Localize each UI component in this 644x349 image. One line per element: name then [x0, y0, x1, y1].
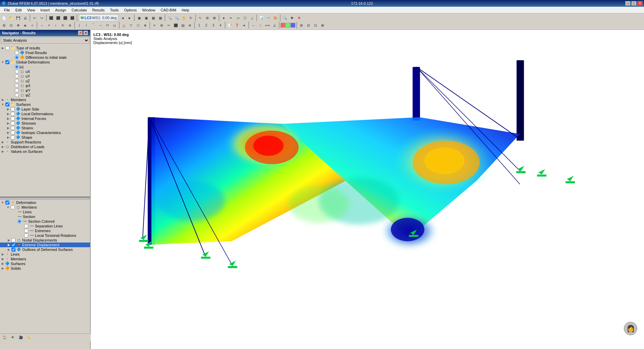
- tb2-b28[interactable]: 2: [203, 22, 210, 29]
- nav-icon-4[interactable]: 📐: [26, 334, 32, 341]
- analysis-type-dropdown[interactable]: Static Analysis: [1, 37, 89, 44]
- tree-distribution-loads[interactable]: ▶ □ Distribution of Loads: [0, 144, 90, 149]
- tb2-extra4[interactable]: ⊠: [319, 22, 326, 29]
- tree-local-deformations[interactable]: ▶ 🔷 Local Deformations: [6, 112, 90, 116]
- tb2-b18[interactable]: ▽: [128, 22, 134, 29]
- checkbox-outlines[interactable]: [11, 248, 15, 252]
- radio-pz[interactable]: [15, 93, 19, 97]
- checkbox-strains[interactable]: [11, 126, 15, 130]
- expander-members-main[interactable]: ▶: [1, 257, 5, 261]
- tb2-color1[interactable]: [281, 23, 285, 28]
- tb2-b30[interactable]: 4: [217, 22, 224, 29]
- checkbox-local-torsional[interactable]: [24, 233, 28, 237]
- tb-prev-lc[interactable]: ◄: [119, 14, 126, 21]
- tb2-dimC[interactable]: ⟺: [264, 22, 271, 29]
- checkbox-shape[interactable]: [11, 135, 15, 139]
- expander-surfaces[interactable]: ▼: [1, 102, 5, 106]
- tb2-b19[interactable]: ⬡: [135, 22, 141, 29]
- tb-close-x[interactable]: ✕: [296, 14, 302, 21]
- expander-local-def[interactable]: ▶: [6, 112, 10, 116]
- tree-py[interactable]: □ φY: [10, 88, 90, 93]
- radio-px[interactable]: [15, 84, 19, 88]
- radio-uy[interactable]: [15, 74, 19, 78]
- checkbox-surfaces[interactable]: [5, 102, 9, 106]
- tb-undo[interactable]: ↩: [31, 14, 38, 21]
- tb2-b24[interactable]: ⬛: [172, 22, 179, 29]
- tb2-note[interactable]: 📝: [226, 22, 233, 29]
- tb2-color2[interactable]: [286, 23, 290, 28]
- tree-pz[interactable]: □ φZ: [10, 93, 90, 97]
- tb-select1[interactable]: ↖: [197, 14, 204, 21]
- expander-nodal-disp[interactable]: ▶: [7, 238, 11, 242]
- close-button[interactable]: ✕: [637, 1, 643, 6]
- tb2-b25[interactable]: ▤: [179, 22, 186, 29]
- tb-line-icon[interactable]: ━: [227, 14, 234, 21]
- expander-isotropic[interactable]: ▶: [6, 131, 10, 135]
- tree-differences[interactable]: 🔶 Differences to initial state: [10, 55, 90, 60]
- expander-members[interactable]: ▶: [1, 98, 5, 102]
- tree-ux[interactable]: □ uX: [10, 69, 90, 74]
- menu-assign[interactable]: Assign: [52, 7, 69, 13]
- checkbox-nodal-disp[interactable]: [11, 238, 15, 242]
- tb2-b11[interactable]: |: [76, 22, 83, 29]
- expander-strains[interactable]: ▶: [6, 126, 10, 130]
- nav-icon-3[interactable]: 🎥: [17, 334, 24, 341]
- nav-icon-2[interactable]: 👁: [9, 334, 16, 341]
- expander-deformation[interactable]: ▼: [1, 201, 5, 205]
- menu-insert[interactable]: Insert: [38, 7, 52, 13]
- expander-outlines[interactable]: ▶: [7, 248, 11, 252]
- tb2-b27[interactable]: 1: [196, 22, 203, 29]
- tree-px[interactable]: □ φX: [10, 83, 90, 88]
- menu-view[interactable]: View: [25, 7, 38, 13]
- tb-color-icon[interactable]: 🎨: [272, 14, 279, 21]
- expander-deform-members[interactable]: ▼: [6, 205, 10, 209]
- tree-global-deformations[interactable]: ▼ 📁 Global Deformations: [0, 60, 90, 64]
- tb2-b29[interactable]: 3: [210, 22, 217, 29]
- tb2-b13[interactable]: ⌒: [90, 22, 97, 29]
- tree-surfaces-main[interactable]: ▶ 🔷 Surfaces: [0, 261, 90, 266]
- tb-deform-icon[interactable]: 〰: [265, 14, 272, 21]
- tree-support-reactions[interactable]: ▶ 🔸 Support Reactions: [0, 140, 90, 144]
- tree-layer-side[interactable]: ▶ 🔷 Layer Side: [6, 107, 90, 112]
- tree-lines-main[interactable]: ▶ 🔸 Lines: [0, 252, 90, 257]
- tb-save[interactable]: 💾: [15, 14, 22, 21]
- checkbox-stresses[interactable]: [11, 121, 15, 125]
- expander-support-reactions[interactable]: ▶: [1, 140, 5, 144]
- tree-u-total[interactable]: |u|: [10, 64, 90, 69]
- expander-type-results[interactable]: ▶: [1, 46, 5, 50]
- expander-stresses[interactable]: ▶: [6, 121, 10, 125]
- tb2-dimB[interactable]: ↕: [257, 22, 264, 29]
- tb-view2[interactable]: ⬛: [55, 14, 61, 21]
- minimize-button[interactable]: —: [625, 1, 631, 6]
- radio-final-results[interactable]: [15, 51, 19, 55]
- tb2-b15[interactable]: ⊓: [104, 22, 111, 29]
- expander-extreme-disp[interactable]: ▶: [7, 243, 11, 247]
- radio-uz[interactable]: [15, 79, 19, 83]
- expander-values-surfaces[interactable]: ▶: [1, 149, 5, 154]
- tb2-b22[interactable]: ⊞: [158, 22, 165, 29]
- tree-extreme-displacement[interactable]: ▶ 🔸 Extreme Displacement: [0, 243, 90, 247]
- tb2-b10[interactable]: ⊚: [67, 22, 73, 29]
- tb2-b17[interactable]: △: [121, 22, 127, 29]
- tree-surfaces[interactable]: ▼ 📁 Surfaces: [0, 102, 90, 107]
- menu-options[interactable]: Options: [121, 7, 139, 13]
- checkbox-extreme-disp[interactable]: [11, 243, 15, 247]
- expander-solids[interactable]: ▶: [1, 266, 5, 270]
- checkbox-deformation[interactable]: [5, 201, 9, 205]
- checkbox-local-def[interactable]: [11, 112, 15, 116]
- tb-view3[interactable]: ⬛: [62, 14, 69, 21]
- tb2-extra2[interactable]: ⊟: [305, 22, 312, 29]
- tb-render3[interactable]: ▦: [150, 14, 157, 21]
- expander-layer-side[interactable]: ▶: [6, 107, 10, 111]
- tree-type-of-results[interactable]: ▶ 📁 Type of results: [0, 46, 90, 50]
- checkbox-layer-side[interactable]: [11, 107, 15, 111]
- tb-rotate[interactable]: ↻: [187, 14, 194, 21]
- tb-pan[interactable]: ✋: [180, 14, 187, 21]
- tb2-b12[interactable]: /: [83, 22, 90, 29]
- tb2-b3[interactable]: ✥: [15, 22, 22, 29]
- menu-results[interactable]: Results: [90, 7, 108, 13]
- tb-view4[interactable]: ⬛: [69, 14, 76, 21]
- radio-section-colored[interactable]: [17, 219, 22, 223]
- tb2-b1[interactable]: ⊞: [1, 22, 7, 29]
- tb2-question[interactable]: ❓: [233, 22, 240, 29]
